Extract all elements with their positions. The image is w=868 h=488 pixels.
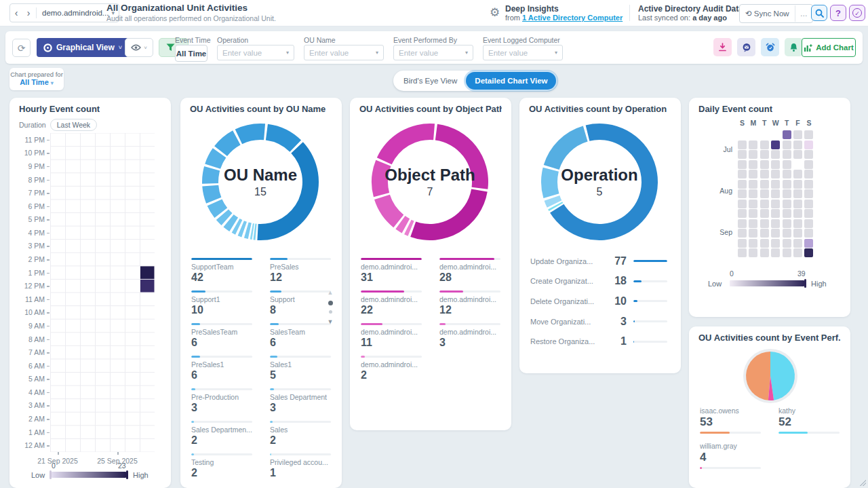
- calendar-cell: [749, 209, 757, 218]
- calendar-cell: [749, 248, 757, 257]
- donut-svg: [359, 114, 500, 250]
- event-logged-computer-label: Event Logged Computer: [483, 36, 560, 44]
- list-item: Update Organiza...77: [530, 251, 670, 271]
- pie-chart-event-performed: [743, 348, 798, 404]
- calendar-cell: [738, 239, 747, 248]
- event-time-value[interactable]: All Time: [175, 45, 208, 62]
- graphical-view-button[interactable]: Graphical View ˅: [37, 38, 129, 57]
- ou-name-select[interactable]: Enter value▾: [304, 45, 384, 60]
- metric-value: 3: [595, 316, 627, 328]
- eye-icon: [131, 44, 141, 51]
- metric-value: 2: [191, 434, 252, 447]
- metric-label: william.gray: [700, 442, 761, 450]
- axis-tick: [47, 445, 50, 447]
- heatmap-cell: [140, 280, 155, 293]
- list-item: Testing2: [191, 452, 252, 485]
- list-item: demo.admindroi...2: [361, 354, 422, 387]
- top-header-bar: ‹ › demo.admindroid... ▾ All Organizatio…: [0, 0, 868, 26]
- donut-segment: [235, 124, 265, 144]
- feedback-button[interactable]: [737, 38, 755, 56]
- export-button[interactable]: [713, 38, 732, 56]
- schedule-button[interactable]: [761, 38, 779, 56]
- ou-name-list: SupportTeam42PreSales12Support110Support…: [191, 257, 331, 485]
- list-item: SalesTeam6: [270, 322, 331, 354]
- pager-down-icon[interactable]: ▼: [328, 318, 334, 325]
- calendar-cell: [783, 209, 791, 218]
- calendar-cell: [783, 140, 791, 149]
- tab-birds-eye-view[interactable]: Bird's Eye View: [395, 72, 466, 90]
- refresh-button[interactable]: ⟳: [12, 39, 31, 57]
- forward-icon[interactable]: ›: [22, 4, 35, 22]
- operation-select[interactable]: Enter value▾: [217, 45, 294, 60]
- tab-detailed-chart-view[interactable]: Detailed Chart View: [466, 72, 556, 90]
- event-performed-list: isaac.owens53kathy52william.gray4: [700, 407, 840, 477]
- metric-bar: [191, 323, 252, 325]
- sync-now-button[interactable]: ⟲ Sync Now: [740, 9, 795, 18]
- chart-prepared-value: All Time ▾: [9, 78, 64, 86]
- list-item: Sales15: [270, 354, 331, 387]
- month-label: Jul: [703, 145, 732, 153]
- axis-tick: [47, 419, 50, 420]
- axis-tick: [47, 246, 50, 247]
- calendar-cell: [783, 150, 791, 159]
- metric-bar: [361, 290, 422, 293]
- pager-up-icon[interactable]: ▲: [328, 289, 334, 296]
- duration-chip[interactable]: Last Week: [50, 119, 97, 131]
- sync-more-menu[interactable]: …: [795, 5, 812, 22]
- chart-prepared-for-chip[interactable]: Chart prepared for All Time ▾: [9, 68, 64, 90]
- card-title: Daily Event count: [698, 104, 772, 114]
- y-axis-label: 9 PM: [9, 162, 45, 171]
- calendar-cell: [760, 160, 769, 169]
- metric-value: 53: [700, 415, 761, 429]
- list-item: Sales Departmen...2: [191, 419, 252, 452]
- calendar-cell: [771, 248, 780, 257]
- calendar-cell: [793, 189, 802, 198]
- status-button[interactable]: ✓: [849, 5, 865, 21]
- calendar-cell: [738, 140, 747, 149]
- add-chart-button[interactable]: Add Chart: [802, 38, 856, 57]
- day-header: F: [795, 119, 800, 127]
- y-axis-label: 11 PM: [9, 135, 45, 145]
- scope-selector[interactable]: ‹ › demo.admindroid... ▾: [9, 3, 119, 22]
- metric-value: 1: [270, 467, 331, 479]
- chevron-down-icon: ▾: [465, 50, 468, 56]
- day-header: T: [762, 119, 766, 127]
- refresh-icon: ⟳: [18, 43, 26, 54]
- list-item: Delete Organizati...10: [530, 291, 670, 312]
- scope-dropdown-value[interactable]: demo.admindroid...: [38, 9, 111, 17]
- resize-handle[interactable]: [859, 479, 866, 486]
- calendar-cell: [760, 140, 769, 149]
- metric-label: SalesTeam: [270, 328, 331, 336]
- metric-value: 3: [439, 337, 500, 349]
- y-axis-label: 3 AM: [9, 400, 45, 410]
- active-directory-computer-link[interactable]: 1 Active Directory Computer: [522, 14, 623, 22]
- alerts-button[interactable]: [785, 38, 803, 56]
- donut-svg: [190, 114, 331, 250]
- calendar-cell: [771, 209, 780, 218]
- metric-bar: [270, 323, 331, 325]
- list-item: kathy52: [778, 407, 840, 442]
- donut-segment: [202, 185, 221, 204]
- calendar-cell: [760, 219, 769, 228]
- dashboard-page: ‹ › demo.admindroid... ▾ All Organizatio…: [0, 0, 868, 488]
- search-button[interactable]: [811, 5, 827, 21]
- event-performed-by-select[interactable]: Enter value▾: [393, 45, 473, 60]
- pager-dot-active[interactable]: [328, 301, 333, 305]
- metric-label: Pre-Production: [191, 393, 252, 401]
- metric-value: 6: [270, 337, 331, 349]
- metric-label: Restore Organiza...: [530, 337, 595, 345]
- calendar-cell: [738, 189, 747, 198]
- axis-tick: [47, 259, 50, 261]
- list-item: isaac.owens53: [700, 407, 761, 442]
- pager-dot[interactable]: [329, 310, 332, 314]
- back-icon[interactable]: ‹: [10, 4, 22, 22]
- calendar-cell: [783, 130, 791, 139]
- legend-cap: [804, 279, 806, 288]
- event-logged-computer-select[interactable]: Enter value▾: [483, 45, 563, 60]
- calendar-cell: [793, 150, 802, 159]
- pie-svg: [743, 348, 798, 404]
- list-item: demo.admindroi...12: [439, 289, 500, 322]
- metric-value: 77: [595, 255, 627, 267]
- column-visibility-button[interactable]: ˅: [125, 38, 153, 57]
- help-button[interactable]: ?: [830, 5, 846, 21]
